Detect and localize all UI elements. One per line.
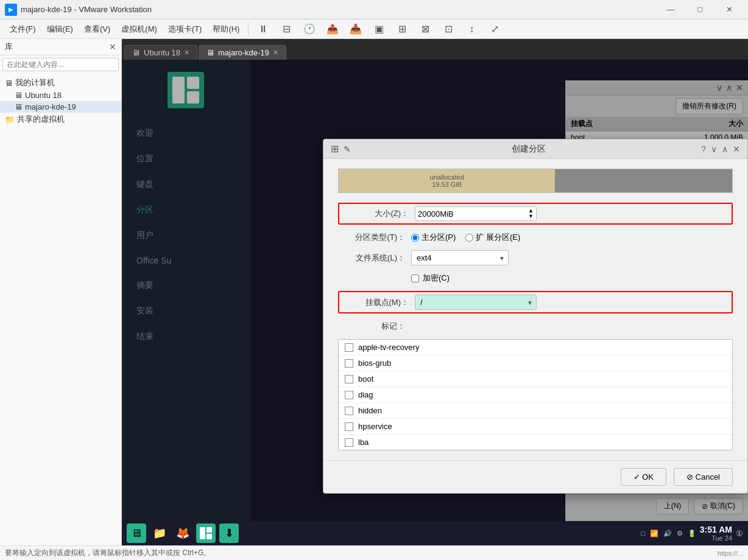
size-highlight-box: 大小(Z)： ▲ ▼ bbox=[338, 203, 733, 225]
close-button[interactable]: ✕ bbox=[715, 0, 743, 19]
ok-button[interactable]: ✓ OK bbox=[621, 468, 666, 486]
label-checkbox-lba[interactable] bbox=[345, 438, 353, 447]
menu-help[interactable]: 帮助(H) bbox=[208, 21, 244, 37]
filesystem-select[interactable]: ext4 ext3 ntfs fat32 bbox=[411, 250, 509, 265]
allocated-partition bbox=[555, 169, 732, 192]
label-item-boot[interactable]: boot bbox=[339, 371, 732, 387]
minimize-button[interactable]: — bbox=[657, 0, 685, 19]
menu-file[interactable]: 文件(F) bbox=[5, 21, 41, 37]
mountpoint-highlight-box: 挂载点(M)： / /home /boot /var bbox=[338, 291, 733, 313]
label-text-diag: diag bbox=[358, 390, 373, 399]
tray-icon-network[interactable]: 📶 bbox=[650, 530, 658, 537]
taskbar-icon-manjaro[interactable] bbox=[196, 523, 216, 543]
tree-item-manjaro[interactable]: 🖥 majaro-kde-19 bbox=[0, 101, 121, 113]
vm-icon-manjaro: 🖥 bbox=[15, 102, 23, 111]
label-item-diag[interactable]: diag bbox=[339, 387, 732, 403]
tab-manjaro-close[interactable]: ✕ bbox=[273, 49, 278, 57]
toolbar-btn-11[interactable]: ⤢ bbox=[484, 21, 506, 38]
label-text-boot: boot bbox=[358, 374, 373, 383]
encrypt-checkbox-label[interactable]: 加密(C) bbox=[411, 273, 450, 284]
tray-icon-extra[interactable]: ① bbox=[736, 529, 743, 538]
taskbar-icon-vm[interactable]: 🖥 bbox=[127, 523, 146, 543]
taskbar-clock[interactable]: 3:51 AM Tue 24 bbox=[700, 525, 732, 542]
mountpoint-row: 挂载点(M)： / /home /boot /var bbox=[342, 295, 729, 310]
dialog-collapse-button[interactable]: ∨ bbox=[711, 144, 717, 154]
tab-ubuntu[interactable]: 🖥 Ubuntu 18 ✕ bbox=[124, 45, 197, 60]
taskbar-icon-install[interactable]: ⬇ bbox=[219, 523, 239, 543]
statusbar-url: https://... bbox=[718, 550, 743, 557]
label-checkbox-hidden[interactable] bbox=[345, 407, 353, 415]
mountpoint-select[interactable]: / /home /boot /var bbox=[415, 295, 537, 310]
tree-item-shared[interactable]: 📁 共享的虚拟机 bbox=[0, 113, 121, 126]
size-down-arrow[interactable]: ▼ bbox=[528, 214, 534, 219]
toolbar-btn-3[interactable]: 🕐 bbox=[298, 21, 320, 38]
labels-section-label: 标记： bbox=[338, 321, 411, 332]
primary-radio-label[interactable]: 主分区(P) bbox=[411, 232, 456, 243]
encrypt-checkbox[interactable] bbox=[411, 275, 419, 282]
tray-icon-settings[interactable]: ⚙ bbox=[677, 530, 683, 537]
extended-radio[interactable] bbox=[465, 234, 473, 242]
tree-label: 我的计算机 bbox=[15, 77, 55, 88]
size-input[interactable] bbox=[418, 209, 528, 219]
tray-icon-display[interactable]: □ bbox=[641, 530, 645, 537]
taskbar-icon-files[interactable]: 📁 bbox=[150, 523, 169, 543]
unalloc-size: 19.53 GiB bbox=[432, 181, 462, 188]
label-item-hpservice[interactable]: hpservice bbox=[339, 419, 732, 435]
menu-view[interactable]: 查看(V) bbox=[79, 21, 115, 37]
pause-button[interactable]: ⏸ bbox=[252, 21, 274, 38]
titlebar: ▶ majaro-kde-19 - VMware Workstation — □… bbox=[0, 0, 748, 19]
tree-label-shared: 共享的虚拟机 bbox=[17, 114, 65, 125]
labels-header-row: 标记： bbox=[338, 321, 733, 332]
dialog-cancel-button[interactable]: ⊘ Cancel bbox=[674, 468, 733, 486]
tray-icon-battery[interactable]: 🔋 bbox=[688, 530, 696, 537]
taskbar-icon-firefox[interactable]: 🦊 bbox=[173, 523, 192, 543]
main-layout: 库 ✕ 🖥 我的计算机 🖥 Ubuntu 18 🖥 majaro-kde-19 … bbox=[0, 39, 748, 545]
label-item-apple-tv[interactable]: apple-tv-recovery bbox=[339, 340, 732, 355]
label-item-bios-grub[interactable]: bios-grub bbox=[339, 355, 732, 371]
tree-item-ubuntu[interactable]: 🖥 Ubuntu 18 bbox=[0, 89, 121, 101]
label-checkbox-diag[interactable] bbox=[345, 391, 353, 399]
create-partition-dialog: ⊞ ✎ 创建分区 ? ∨ ∧ ✕ bbox=[323, 139, 748, 494]
tree-item-my-computer[interactable]: 🖥 我的计算机 bbox=[0, 76, 121, 89]
menu-edit[interactable]: 编辑(E) bbox=[42, 21, 78, 37]
dialog-footer: ✓ OK ⊘ Cancel bbox=[323, 460, 747, 493]
toolbar-btn-2[interactable]: ⊟ bbox=[275, 21, 297, 38]
search-input[interactable] bbox=[2, 58, 119, 71]
tray-icon-sound[interactable]: 🔊 bbox=[663, 530, 672, 537]
dialog-help-button[interactable]: ? bbox=[701, 144, 706, 154]
label-checkbox-hpservice[interactable] bbox=[345, 422, 353, 431]
tab-manjaro[interactable]: 🖥 majaro-kde-19 ✕ bbox=[199, 45, 286, 60]
label-item-hidden[interactable]: hidden bbox=[339, 403, 732, 419]
label-checkbox-bios-grub[interactable] bbox=[345, 359, 353, 368]
dialog-controls: ? ∨ ∧ ✕ bbox=[701, 144, 740, 154]
label-checkbox-boot[interactable] bbox=[345, 375, 353, 383]
menu-tab[interactable]: 选项卡(T) bbox=[163, 21, 207, 37]
label-checkbox-apple-tv[interactable] bbox=[345, 343, 353, 352]
vm-icon-ubuntu: 🖥 bbox=[15, 91, 23, 100]
dialog-overlay: ⊞ ✎ 创建分区 ? ∨ ∧ ✕ bbox=[122, 60, 748, 545]
size-row: 大小(Z)： ▲ ▼ bbox=[342, 206, 729, 221]
toolbar-btn-4[interactable]: 📤 bbox=[322, 21, 344, 38]
label-item-lba[interactable]: lba bbox=[339, 435, 732, 450]
toolbar-btn-6[interactable]: ▣ bbox=[368, 21, 390, 38]
tree-label-ubuntu: Ubuntu 18 bbox=[25, 91, 62, 100]
extended-radio-label[interactable]: 扩 展分区(E) bbox=[465, 232, 520, 243]
dialog-expand-button[interactable]: ∧ bbox=[722, 144, 728, 154]
toolbar-btn-5[interactable]: 📥 bbox=[345, 21, 367, 38]
label-text-hpservice: hpservice bbox=[358, 422, 392, 431]
tab-ubuntu-close[interactable]: ✕ bbox=[184, 49, 189, 57]
dialog-close-button[interactable]: ✕ bbox=[733, 144, 740, 154]
label-text-lba: lba bbox=[358, 438, 369, 447]
sidebar-close-button[interactable]: ✕ bbox=[109, 42, 116, 52]
primary-radio[interactable] bbox=[411, 234, 419, 242]
dialog-titlebar: ⊞ ✎ 创建分区 ? ∨ ∧ ✕ bbox=[323, 139, 747, 159]
toolbar-btn-10[interactable]: ↕ bbox=[460, 21, 482, 38]
toolbar-btn-8[interactable]: ⊠ bbox=[414, 21, 436, 38]
shared-icon: 📁 bbox=[5, 115, 15, 124]
tab-manjaro-label: majaro-kde-19 bbox=[218, 48, 269, 57]
toolbar-btn-9[interactable]: ⊡ bbox=[437, 21, 459, 38]
toolbar-btn-7[interactable]: ⊞ bbox=[391, 21, 413, 38]
statusbar: 要将输入定向到该虚拟机，请将鼠标指针移入其中或按 Ctrl+G。 https:/… bbox=[0, 545, 748, 560]
maximize-button[interactable]: □ bbox=[686, 0, 714, 19]
menu-vm[interactable]: 虚拟机(M) bbox=[116, 21, 162, 37]
